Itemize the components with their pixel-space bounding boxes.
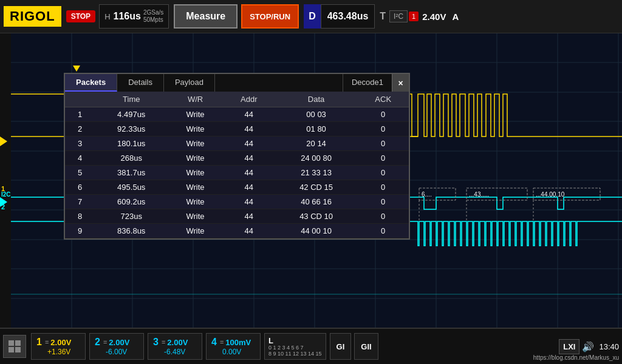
cell-time: 495.5us xyxy=(95,180,168,195)
cell-ack: 0 xyxy=(357,224,409,238)
lxi-label: LXI xyxy=(559,339,579,354)
sample-info: 2GSa/s 50Mpts xyxy=(143,9,163,24)
col-time: Time xyxy=(95,92,168,107)
cell-data: 01 80 xyxy=(275,122,358,136)
lxi-section: LXI 🔊 13:40 xyxy=(559,339,619,354)
ch2-number-label: 2 xyxy=(1,203,5,211)
gi-button[interactable]: GI xyxy=(330,333,352,360)
ch1-number-label: 1 xyxy=(1,185,5,192)
l-label: L xyxy=(268,336,273,345)
packet-table: Time W/R Addr Data ACK 14.497usWrite4400… xyxy=(65,92,409,238)
dialog-tabs: Packets Details Payload Decode1 × xyxy=(65,74,409,92)
rigol-logo: RIGOL xyxy=(4,6,61,27)
cell-num: 2 xyxy=(65,122,95,136)
cell-num: 5 xyxy=(65,166,95,180)
cell-num: 6 xyxy=(65,180,95,195)
cell-wr: Write xyxy=(168,166,223,180)
cell-ack: 0 xyxy=(357,180,409,195)
cell-wr: Write xyxy=(168,107,223,122)
tab-payload[interactable]: Payload xyxy=(164,74,215,92)
trigger-section: T I²C 1 2.40V A xyxy=(380,10,459,22)
tab-packets[interactable]: Packets xyxy=(65,74,117,92)
grid-button[interactable] xyxy=(3,335,26,358)
table-row[interactable]: 9836.8usWrite4444 00 100 xyxy=(65,224,409,238)
cell-num: 1 xyxy=(65,107,95,122)
dialog-close-button[interactable]: × xyxy=(392,74,409,92)
cell-time: 4.497us xyxy=(95,107,168,122)
cell-num: 3 xyxy=(65,136,95,151)
cell-num: 4 xyxy=(65,151,95,166)
svg-text:6....: 6.... xyxy=(422,191,432,198)
cell-time: 609.2us xyxy=(95,195,168,209)
d-label: D xyxy=(304,4,321,29)
table-row[interactable]: 8723usWrite4443 CD 100 xyxy=(65,209,409,224)
table-row[interactable]: 3180.1usWrite4420 140 xyxy=(65,136,409,151)
cell-data: 40 66 16 xyxy=(275,195,358,209)
top-bar: RIGOL STOP H 116us 2GSa/s 50Mpts Measure… xyxy=(0,0,622,33)
packet-dialog: Packets Details Payload Decode1 × Time W… xyxy=(64,73,410,240)
cell-data: 43 CD 10 xyxy=(275,209,358,224)
trigger-volt: 2.40V xyxy=(422,12,446,22)
stoprun-button[interactable]: STOP/RUN xyxy=(241,4,299,29)
cell-data: 00 03 xyxy=(275,107,358,122)
cell-data: 20 14 xyxy=(275,136,358,151)
ch2-volt: 2.00V xyxy=(109,338,129,347)
l-row2: 8 9 10 11 12 13 14 15 xyxy=(268,351,322,357)
ch3-status[interactable]: 3 = 2.00V -6.48V xyxy=(148,333,202,360)
ch4-volt: 100mV xyxy=(225,338,251,347)
scope-area: I2C xyxy=(0,33,622,328)
ch4-num: 4 xyxy=(211,337,217,348)
ch3-num: 3 xyxy=(153,337,159,348)
col-num xyxy=(65,92,95,107)
table-row[interactable]: 7609.2usWrite4440 66 160 xyxy=(65,195,409,209)
table-row[interactable]: 5381.7usWrite4421 33 130 xyxy=(65,166,409,180)
col-addr: Addr xyxy=(223,92,275,107)
cell-addr: 44 xyxy=(223,136,275,151)
cell-ack: 0 xyxy=(357,195,409,209)
cell-num: 9 xyxy=(65,224,95,238)
cell-wr: Write xyxy=(168,136,223,151)
ch1-eq: = xyxy=(45,339,49,346)
cell-data: 21 33 13 xyxy=(275,166,358,180)
cell-addr: 44 xyxy=(223,122,275,136)
cell-wr: Write xyxy=(168,195,223,209)
measure-button[interactable]: Measure xyxy=(174,4,238,29)
table-row[interactable]: 4268usWrite4424 00 800 xyxy=(65,151,409,166)
cell-ack: 0 xyxy=(357,151,409,166)
timebase-section: H 116us 2GSa/s 50Mpts xyxy=(99,4,169,29)
website-label: https://blog.csdn.net/Markus_xu xyxy=(533,354,619,361)
cell-time: 836.8us xyxy=(95,224,168,238)
ch1-status[interactable]: 1 = 2.00V +1.36V xyxy=(31,333,86,360)
ch4-status[interactable]: 4 = 100mV 0.00V xyxy=(206,333,261,360)
ch2-status[interactable]: 2 = 2.00V -6.00V xyxy=(89,333,144,360)
svg-text:...43.....: ...43..... xyxy=(469,191,489,198)
tab-details[interactable]: Details xyxy=(117,74,164,92)
cell-time: 180.1us xyxy=(95,136,168,151)
gii-button[interactable]: GII xyxy=(354,333,378,360)
cell-wr: Write xyxy=(168,122,223,136)
ch3-offset: -6.48V xyxy=(164,348,185,356)
l-section[interactable]: L 0 1 2 3 4 5 6 7 8 9 10 11 12 13 14 15 xyxy=(264,333,326,360)
table-row[interactable]: 14.497usWrite4400 030 xyxy=(65,107,409,122)
ch2-offset: -6.00V xyxy=(106,348,127,356)
ch1-arrow xyxy=(0,136,7,146)
cell-wr: Write xyxy=(168,180,223,195)
trigger-marker xyxy=(73,66,80,72)
cell-wr: Write xyxy=(168,151,223,166)
i2c-label: I²C xyxy=(389,10,408,22)
ch4-eq: = xyxy=(220,339,224,346)
table-row[interactable]: 6495.5usWrite4442 CD 150 xyxy=(65,180,409,195)
cell-wr: Write xyxy=(168,209,223,224)
cell-time: 268us xyxy=(95,151,168,166)
table-row[interactable]: 292.33usWrite4401 800 xyxy=(65,122,409,136)
cell-ack: 0 xyxy=(357,107,409,122)
cell-time: 92.33us xyxy=(95,122,168,136)
ch-num-badge: 1 xyxy=(409,12,419,21)
ch4-offset: 0.00V xyxy=(222,348,241,356)
time-display: 13:40 xyxy=(599,342,619,351)
cell-data: 44 00 10 xyxy=(275,224,358,238)
t-label: T xyxy=(380,11,386,22)
col-data: Data xyxy=(275,92,358,107)
ch1-num: 1 xyxy=(36,337,42,348)
svg-text:...44.00.10: ...44.00.10 xyxy=(536,191,565,198)
